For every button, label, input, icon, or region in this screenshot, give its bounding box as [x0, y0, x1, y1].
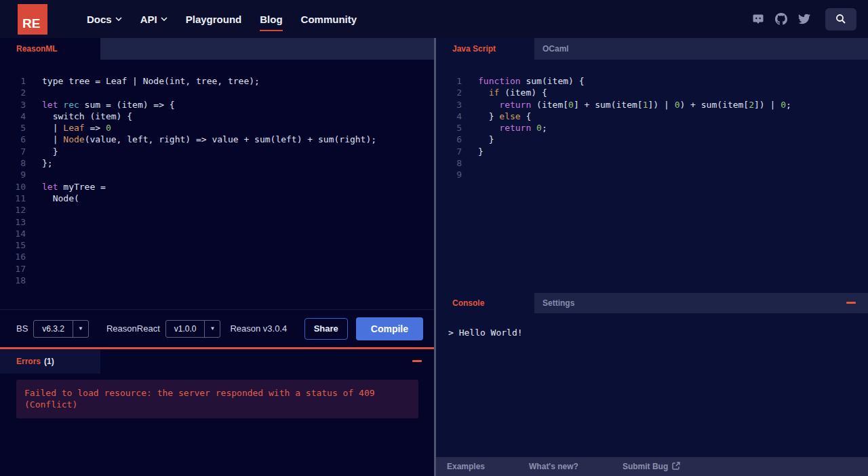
error-message-line2: (Conflict)	[24, 399, 410, 410]
nav-item-community[interactable]: Community	[301, 14, 357, 25]
nav-item-api[interactable]: API	[140, 14, 167, 25]
tab-console[interactable]: Console	[436, 293, 534, 313]
errors-panel: Errors (1) Failed to load resource: the …	[0, 349, 434, 476]
chevron-down-icon	[115, 17, 122, 21]
tab-settings[interactable]: Settings	[534, 293, 583, 313]
tab-reasonml[interactable]: ReasonML	[0, 38, 100, 60]
nav-item-label: API	[140, 14, 157, 25]
github-icon[interactable]	[775, 13, 787, 25]
reason-react-version-select[interactable]: v1.0.0 ▼	[165, 320, 221, 338]
playground-page: RE Docs API Playground Blog Community	[0, 0, 868, 476]
reason-logo[interactable]: RE	[18, 4, 47, 35]
reason-code: type tree = Leaf | Node(int, tree, tree)…	[42, 75, 376, 286]
reason-react-label: ReasonReact	[106, 323, 160, 334]
reason-editor-pane: ReasonML 123456789101112131415161718 typ…	[0, 38, 434, 476]
errors-header: Errors (1)	[0, 349, 434, 374]
compile-button[interactable]: Compile	[356, 317, 423, 340]
console-output-line: > Hello World!	[448, 328, 523, 338]
bs-version-select[interactable]: v6.3.2 ▼	[33, 320, 89, 338]
bs-label: BS	[16, 323, 28, 334]
search-button[interactable]	[825, 8, 856, 31]
line-number-gutter: 123456789101112131415161718	[0, 75, 26, 286]
playground-footer: Examples What's new? Submit Bug	[436, 457, 868, 476]
submit-bug-link[interactable]: Submit Bug	[623, 462, 680, 472]
nav-item-label: Docs	[87, 14, 112, 25]
reason-code-editor[interactable]: 123456789101112131415161718 type tree = …	[0, 60, 434, 309]
line-number-gutter: 123456789	[436, 75, 462, 181]
js-output-editor[interactable]: 123456789 function sum(item) { if (item)…	[436, 60, 868, 293]
nav-item-playground[interactable]: Playground	[186, 14, 242, 25]
share-button[interactable]: Share	[304, 318, 348, 340]
tab-javascript[interactable]: Java Script	[436, 38, 534, 60]
chevron-down-icon: ▼	[204, 321, 220, 337]
tab-errors[interactable]: Errors (1)	[0, 349, 100, 374]
whats-new-link[interactable]: What's new?	[529, 462, 578, 471]
main-nav: Docs API Playground Blog Community	[87, 14, 357, 25]
console-output: > Hello World!	[436, 313, 868, 457]
tab-ocaml[interactable]: OCaml	[534, 38, 577, 60]
nav-item-docs[interactable]: Docs	[87, 14, 122, 25]
output-pane: Java Script OCaml 123456789 function sum…	[434, 38, 868, 476]
error-message-box: Failed to load resource: the server resp…	[16, 380, 418, 418]
nav-item-blog[interactable]: Blog	[260, 14, 282, 25]
errors-tab-label: Errors	[16, 357, 41, 366]
header-right-icons	[741, 8, 856, 31]
reason-react-version-value: v1.0.0	[166, 321, 205, 337]
search-icon	[835, 14, 846, 24]
chevron-down-icon	[161, 17, 167, 21]
compiler-toolbar: BS v6.3.2 ▼ ReasonReact v1.0.0 ▼ Reason …	[0, 309, 434, 347]
output-tabstrip: Java Script OCaml	[436, 38, 868, 60]
external-link-icon	[672, 462, 680, 472]
chevron-down-icon: ▼	[73, 321, 88, 337]
twitter-icon[interactable]	[798, 13, 810, 25]
minimize-console-button[interactable]	[846, 302, 856, 304]
discord-icon[interactable]	[752, 13, 764, 25]
left-tabstrip: ReasonML	[0, 38, 434, 60]
examples-link[interactable]: Examples	[447, 462, 485, 471]
top-nav-bar: RE Docs API Playground Blog Community	[0, 0, 868, 38]
error-message-line1: Failed to load resource: the server resp…	[24, 387, 410, 399]
js-output-code: function sum(item) { if (item) { return …	[478, 75, 791, 181]
bs-version-value: v6.3.2	[34, 321, 73, 337]
reason-version-text: Reason v3.0.4	[230, 323, 287, 334]
submit-bug-label: Submit Bug	[623, 462, 668, 471]
console-tabstrip: Console Settings	[436, 293, 868, 313]
minimize-errors-button[interactable]	[412, 360, 422, 362]
errors-count-badge: (1)	[44, 357, 54, 366]
